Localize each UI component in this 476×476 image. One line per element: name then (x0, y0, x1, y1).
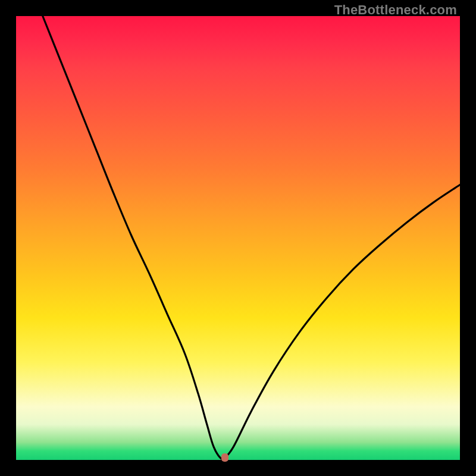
optimum-marker (221, 453, 228, 462)
chart-frame: TheBottleneck.com (0, 0, 476, 476)
curve-svg (16, 16, 460, 460)
bottleneck-curve (43, 16, 460, 459)
plot-area (16, 16, 460, 460)
